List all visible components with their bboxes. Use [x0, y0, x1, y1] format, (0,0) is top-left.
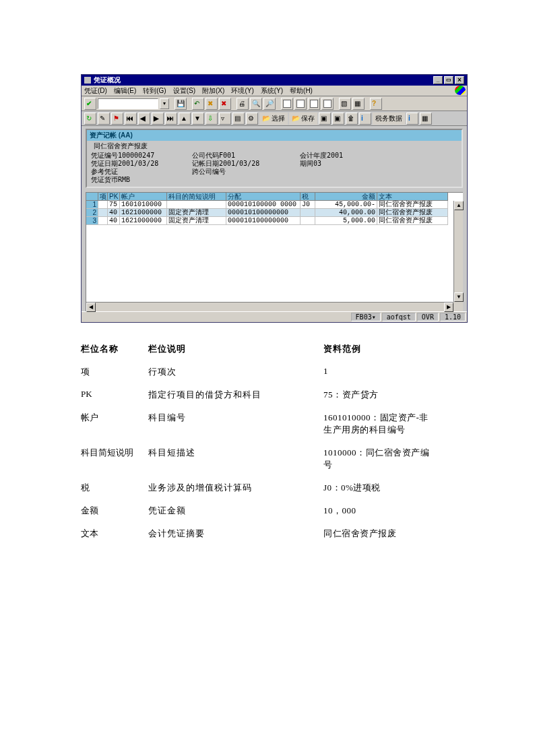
val-postdate: 2001/03/28	[219, 160, 259, 167]
sort-desc-icon: ▼	[194, 115, 202, 123]
find-button[interactable]: 🔍	[250, 98, 262, 110]
back-button[interactable]: ↶	[192, 98, 204, 110]
scroll-up-button: ▲	[454, 201, 464, 210]
status-tcode: FB03▾	[351, 313, 381, 321]
nav-next-button[interactable]: ▶	[152, 113, 164, 125]
prev-page-button[interactable]	[294, 98, 307, 110]
layout-button[interactable]: ▤	[232, 113, 245, 125]
menu-settings[interactable]: 设置(S)	[173, 86, 195, 96]
enter-button[interactable]: ✔	[84, 98, 96, 110]
document-header-box: 资产记帐 (AA) 同仁宿舍资产报废 凭证编号100000247 公司代码F00…	[86, 129, 463, 188]
lbl-crosscc: 跨公司编号	[192, 168, 226, 175]
prevpage-icon	[296, 100, 305, 108]
command-dropdown[interactable]: ▾	[160, 98, 169, 109]
shortcut-button[interactable]: ▦	[352, 98, 365, 110]
col-alloc[interactable]: 分配	[226, 193, 301, 201]
close-button[interactable]	[455, 76, 464, 84]
table-row[interactable]: 1 75 1601010000 000010100000 0000 J0 45,…	[86, 201, 463, 209]
info2-button[interactable]: i	[406, 113, 418, 125]
col-text[interactable]: 文本	[377, 193, 448, 201]
cell-desc	[167, 201, 226, 209]
cell-desc: 固定资产清理	[167, 209, 226, 217]
menu-system[interactable]: 系统(Y)	[261, 86, 283, 96]
menu-goto[interactable]: 转到(G)	[143, 86, 166, 96]
folder-icon: 📂	[262, 115, 270, 122]
extra-icon: ▦	[422, 115, 430, 123]
tool-pencil-button[interactable]: ✎	[98, 113, 110, 125]
export-icon: ⇩	[208, 115, 216, 123]
lastpage-icon	[323, 100, 332, 108]
settings-button[interactable]: ⚙	[246, 113, 258, 125]
find-next-button[interactable]: 🔎	[263, 98, 276, 110]
filter-button[interactable]: ▿	[219, 113, 231, 125]
scroll-right-button[interactable]: ▶	[444, 303, 453, 312]
pencil-icon: ✎	[100, 115, 108, 123]
export-button[interactable]: ⇩	[206, 113, 218, 125]
refresh-icon: ↻	[86, 115, 94, 123]
menu-document[interactable]: 凭证(D)	[84, 86, 107, 96]
titlebar: 凭证概况 _ ▭	[82, 75, 467, 86]
lbl-currency: 凭证货币	[91, 176, 118, 183]
first-page-button[interactable]	[281, 98, 293, 110]
col-amount[interactable]: 金额	[315, 193, 377, 201]
sort-asc-button[interactable]: ▲	[179, 113, 191, 125]
save-button[interactable]: 💾	[175, 98, 187, 110]
info-button[interactable]: i	[359, 113, 371, 125]
next-page-button[interactable]	[308, 98, 320, 110]
cell-alloc: 000010100000000	[226, 217, 301, 225]
line-items-grid: 项 PK 帐户 科目的简短说明 分配 税 金额 文本 1 75 16010100…	[86, 192, 463, 311]
col-desc[interactable]: 科目的简短说明	[167, 193, 226, 201]
col-pk[interactable]: PK	[108, 193, 120, 201]
nextpage-icon	[310, 100, 318, 108]
tool-b-button[interactable]: ▣	[332, 113, 344, 125]
rownum: 1	[86, 201, 98, 209]
command-input[interactable]	[98, 98, 158, 109]
last-page-button[interactable]	[321, 98, 334, 110]
extra-button[interactable]: ▦	[420, 113, 432, 125]
find-icon: 🔍	[252, 100, 260, 108]
vertical-scrollbar[interactable]: ▲ ▼	[453, 201, 463, 302]
menu-help[interactable]: 帮助(H)	[290, 86, 313, 96]
print-button[interactable]: 🖨	[237, 98, 249, 110]
nav-last-button[interactable]: ⏭	[165, 113, 177, 125]
refresh-button[interactable]: ↻	[84, 113, 96, 125]
table-row[interactable]: 3 40 1621000000 固定资产清理 000010100000000 5…	[86, 217, 463, 225]
cell-tax	[301, 217, 315, 225]
status-mode: OVR	[417, 313, 439, 321]
header-row-1: 凭证编号100000247 公司代码F001 会计年度2001	[91, 152, 458, 160]
tool-a-button[interactable]: ▣	[319, 113, 331, 125]
cancel-button[interactable]: ✖	[219, 98, 231, 110]
header-row-3: 参考凭证 跨公司编号	[91, 168, 458, 176]
minimize-button[interactable]: _	[433, 76, 443, 84]
menu-extras[interactable]: 附加(X)	[202, 86, 224, 96]
tax-data-button[interactable]: 税务数据	[373, 113, 405, 125]
cell-amt: 45,000.00-	[315, 201, 377, 209]
save-layout-button[interactable]: 📂 保存	[289, 113, 317, 125]
val-docdate: 2001/03/28	[118, 160, 158, 167]
menu-environment[interactable]: 环境(Y)	[231, 86, 253, 96]
tool-flag-button[interactable]: ⚑	[111, 113, 123, 125]
maximize-button[interactable]: ▭	[444, 76, 453, 84]
menu-edit[interactable]: 编辑(E)	[114, 86, 136, 96]
table-row[interactable]: 2 40 1621000000 固定资产清理 000010100000000 4…	[86, 209, 463, 217]
col-tax[interactable]: 税	[301, 193, 315, 201]
new-session-button[interactable]: ▧	[339, 98, 351, 110]
select-button[interactable]: 📂 选择	[259, 113, 288, 125]
nav-prev-button[interactable]: ◀	[138, 113, 150, 125]
scroll-left-button[interactable]: ◀	[86, 303, 96, 312]
col-item[interactable]: 项	[98, 193, 108, 201]
sort-desc-button[interactable]: ▼	[192, 113, 204, 125]
scroll-down-button[interactable]: ▼	[454, 292, 464, 302]
tax-data-label: 税务数据	[375, 114, 402, 123]
folder2-icon: 📂	[292, 115, 300, 122]
col-account[interactable]: 帐户	[120, 193, 167, 201]
nav-last-icon: ⏭	[167, 115, 175, 123]
val-currency: RMB	[118, 176, 130, 183]
horizontal-scrollbar[interactable]: ◀ ▶	[86, 302, 463, 311]
tool-trash-button[interactable]: 🗑	[346, 113, 358, 125]
desc-row: 金额 凭证金额 10，000	[81, 499, 468, 522]
help-button[interactable]: ?	[370, 98, 382, 110]
nav-first-button[interactable]: ⏮	[125, 113, 137, 125]
exit-button[interactable]: ✖	[206, 98, 218, 110]
desc-row: 科目简短说明 科目短描述 1010000：同仁宿舍资产编号	[81, 441, 468, 476]
